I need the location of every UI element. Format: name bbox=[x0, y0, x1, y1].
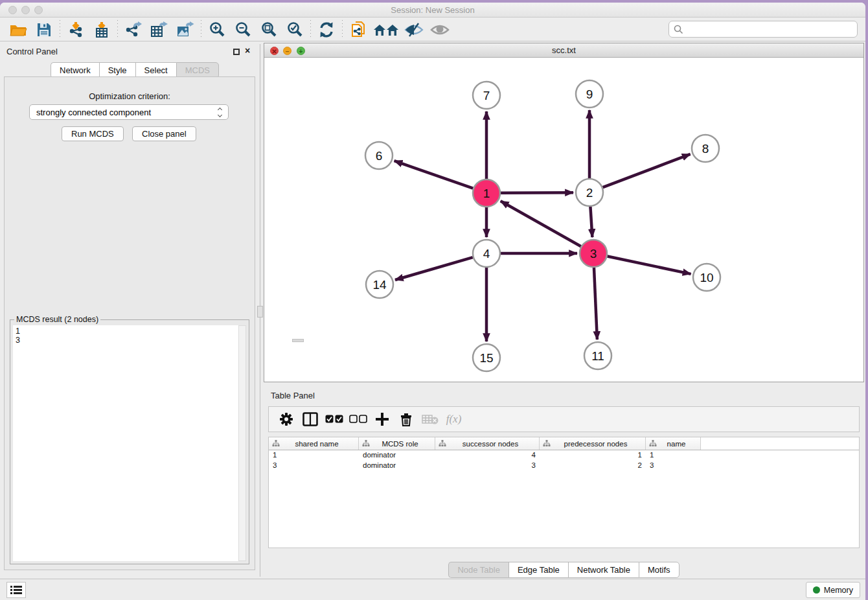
search-icon bbox=[674, 25, 683, 34]
graph-node-9[interactable]: 9 bbox=[576, 80, 603, 108]
table-cell: 3 bbox=[269, 461, 359, 471]
control-panel-title: Control Panel bbox=[6, 47, 58, 56]
table-cell: dominator bbox=[359, 450, 435, 461]
deselect-all-icon[interactable] bbox=[346, 409, 370, 430]
graph-node-7[interactable]: 7 bbox=[473, 82, 500, 109]
table-tabs: Node TableEdge TableNetwork TableMotifs bbox=[264, 562, 864, 578]
criterion-dropdown[interactable]: strongly connected component bbox=[29, 104, 229, 120]
run-mcds-button[interactable]: Run MCDS bbox=[62, 126, 124, 141]
table-row[interactable]: 3dominator323 bbox=[269, 461, 859, 471]
column-header-MCDS-role[interactable]: MCDS role bbox=[359, 437, 435, 450]
table-cell: 3 bbox=[435, 461, 540, 471]
control-panel-close-icon[interactable]: × bbox=[245, 45, 250, 56]
network-window-title: scc.txt bbox=[264, 45, 863, 55]
edge-2-8[interactable] bbox=[603, 154, 691, 187]
delete-column-icon[interactable] bbox=[394, 409, 418, 430]
optimization-criterion-label: Optimization criterion: bbox=[5, 91, 255, 101]
main-toolbar bbox=[0, 18, 865, 41]
zoom-selected-icon[interactable] bbox=[282, 19, 308, 40]
svg-text:9: 9 bbox=[586, 87, 593, 101]
memory-label: Memory bbox=[824, 586, 853, 595]
svg-text:3: 3 bbox=[590, 247, 597, 260]
table-toolbar: f(x) bbox=[268, 406, 860, 432]
save-session-icon[interactable] bbox=[31, 19, 57, 40]
graph-node-10[interactable]: 10 bbox=[693, 264, 720, 291]
column-header-name[interactable]: name bbox=[646, 437, 701, 450]
import-table-icon[interactable] bbox=[89, 19, 115, 40]
apply-layout-icon[interactable] bbox=[314, 19, 339, 40]
export-table-icon[interactable] bbox=[146, 19, 172, 40]
edge-1-2[interactable] bbox=[501, 192, 573, 193]
zoom-fit-icon[interactable] bbox=[256, 19, 282, 40]
select-all-icon[interactable] bbox=[322, 409, 346, 430]
vertical-splitter-handle[interactable] bbox=[257, 306, 263, 317]
network-window-resize-handle[interactable] bbox=[292, 339, 304, 342]
graph-node-1[interactable]: 1 bbox=[473, 179, 500, 207]
node-table[interactable]: shared nameMCDS rolesuccessor nodesprede… bbox=[268, 437, 860, 548]
delete-table-icon[interactable] bbox=[418, 409, 442, 430]
graph-node-3[interactable]: 3 bbox=[580, 240, 607, 267]
svg-text:15: 15 bbox=[479, 351, 493, 365]
edge-3-11[interactable] bbox=[594, 268, 597, 340]
zoom-out-icon[interactable] bbox=[230, 19, 256, 40]
tab-network-table[interactable]: Network Table bbox=[568, 562, 639, 578]
import-network-icon[interactable] bbox=[63, 19, 89, 40]
search-input[interactable] bbox=[687, 25, 857, 34]
function-builder-icon[interactable]: f(x) bbox=[442, 409, 466, 430]
control-panel-header: Control Panel × bbox=[0, 44, 259, 60]
control-panel-float-icon[interactable] bbox=[233, 49, 240, 55]
edge-3-1[interactable] bbox=[501, 201, 581, 246]
table-panel: Table Panel × bbox=[264, 386, 864, 578]
graph-node-8[interactable]: 8 bbox=[692, 135, 719, 162]
tab-node-table[interactable]: Node Table bbox=[448, 562, 508, 578]
svg-text:10: 10 bbox=[700, 271, 713, 284]
main-window: Session: New Session bbox=[0, 3, 865, 600]
network-graph[interactable]: 7968124314101511 bbox=[264, 58, 863, 382]
zoom-in-icon[interactable] bbox=[204, 19, 230, 40]
open-session-icon[interactable] bbox=[5, 19, 31, 40]
network-from-selection-icon[interactable] bbox=[345, 19, 371, 40]
svg-text:2: 2 bbox=[586, 186, 593, 200]
export-image-icon[interactable] bbox=[172, 19, 198, 40]
column-header-shared-name[interactable]: shared name bbox=[269, 437, 359, 450]
table-panel-title: Table Panel bbox=[271, 391, 315, 400]
graph-node-6[interactable]: 6 bbox=[365, 142, 393, 169]
edge-3-10[interactable] bbox=[608, 257, 691, 274]
table-cell: 1 bbox=[269, 450, 359, 461]
graph-node-11[interactable]: 11 bbox=[584, 342, 611, 369]
graph-node-15[interactable]: 15 bbox=[473, 344, 500, 371]
svg-text:1: 1 bbox=[483, 187, 490, 200]
column-view-icon[interactable] bbox=[298, 409, 322, 430]
graph-node-4[interactable]: 4 bbox=[473, 240, 500, 267]
export-network-icon[interactable] bbox=[120, 19, 146, 40]
ndex-home-icon[interactable] bbox=[371, 19, 401, 40]
edge-4-14[interactable] bbox=[395, 257, 473, 280]
graph-node-2[interactable]: 2 bbox=[576, 179, 603, 206]
table-row[interactable]: 1dominator411 bbox=[269, 450, 859, 461]
memory-button[interactable]: Memory bbox=[806, 582, 860, 598]
close-panel-button[interactable]: Close panel bbox=[132, 126, 196, 141]
edge-1-6[interactable] bbox=[394, 161, 474, 188]
network-canvas[interactable]: 7968124314101511 bbox=[264, 58, 863, 382]
edge-2-3[interactable] bbox=[590, 207, 592, 237]
dropdown-stepper-icon bbox=[218, 107, 222, 117]
hide-graphics-details-icon[interactable] bbox=[427, 19, 453, 40]
settings-gear-icon[interactable] bbox=[274, 409, 298, 430]
svg-text:11: 11 bbox=[591, 349, 604, 363]
show-graphics-details-icon[interactable] bbox=[401, 19, 427, 40]
task-history-button[interactable] bbox=[6, 582, 26, 598]
column-header-predecessor-nodes[interactable]: predecessor nodes bbox=[540, 437, 646, 450]
add-column-icon[interactable] bbox=[370, 409, 394, 430]
criterion-value: strongly connected component bbox=[36, 108, 218, 117]
tab-edge-table[interactable]: Edge Table bbox=[508, 562, 568, 578]
search-field[interactable] bbox=[668, 21, 858, 38]
graph-node-14[interactable]: 14 bbox=[366, 271, 393, 298]
result-scrollbar[interactable] bbox=[238, 325, 246, 561]
window-titlebar: Session: New Session bbox=[0, 3, 865, 17]
mcds-result-text[interactable]: 1 3 bbox=[13, 325, 238, 561]
svg-text:4: 4 bbox=[483, 247, 490, 260]
column-header-successor-nodes[interactable]: successor nodes bbox=[435, 437, 540, 450]
tab-motifs[interactable]: Motifs bbox=[639, 562, 680, 578]
mcds-result-group: MCDS result (2 nodes) 1 3 bbox=[10, 319, 249, 564]
status-bar: Memory bbox=[0, 579, 865, 600]
